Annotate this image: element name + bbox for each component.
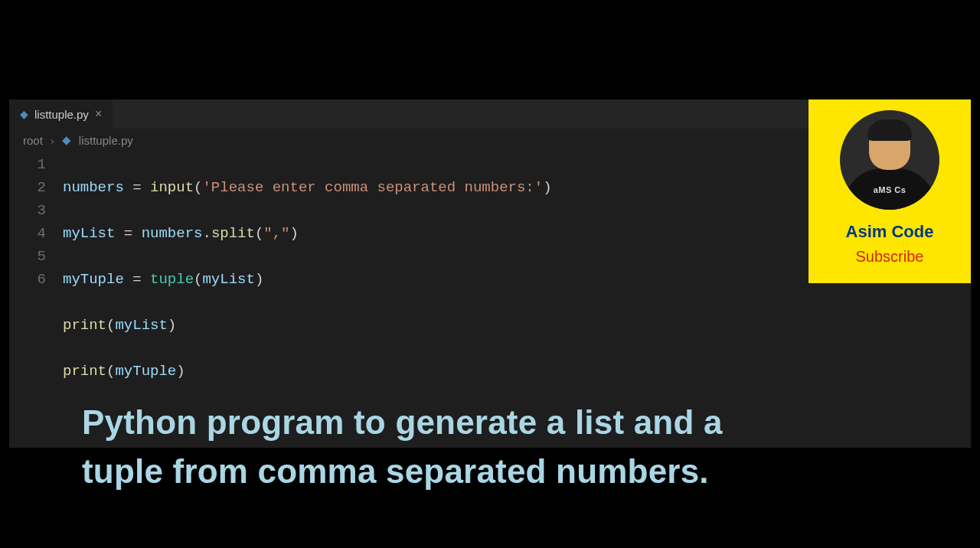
code-token: (	[194, 271, 202, 288]
code-token: myList	[202, 271, 254, 288]
code-token: myTuple	[115, 363, 176, 380]
code-token: numbers	[63, 179, 124, 196]
line-number: 6	[9, 268, 46, 291]
code-token: =	[124, 225, 132, 242]
code-token: print	[63, 317, 106, 334]
python-icon: ◆	[62, 133, 71, 147]
tab-filename: listtuple.py	[34, 108, 89, 121]
code-token: =	[132, 271, 141, 288]
line-gutter: 1 2 3 4 5 6	[9, 153, 63, 475]
code-token: 'Please enter comma separated numbers:'	[202, 179, 543, 196]
code-token: )	[176, 363, 185, 380]
code-token: myTuple	[63, 271, 124, 288]
code-token: ","	[263, 225, 289, 242]
code-token: myList	[63, 225, 115, 242]
line-number: 2	[9, 176, 46, 199]
code-token: )	[255, 271, 263, 288]
python-icon: ◆	[20, 108, 28, 120]
code-token: )	[543, 179, 551, 196]
branding-panel: aMS Cs Asim Code Subscribe	[808, 99, 971, 283]
code-token: input	[150, 179, 194, 196]
line-number: 3	[9, 199, 46, 222]
avatar: aMS Cs	[840, 110, 939, 210]
breadcrumb-root[interactable]: root	[23, 134, 43, 147]
line-number: 1	[9, 153, 46, 176]
subscribe-button[interactable]: Subscribe	[856, 248, 924, 266]
code-token: numbers	[142, 225, 203, 242]
code-token: (	[106, 363, 115, 380]
code-token: =	[132, 179, 141, 196]
code-token: )	[290, 225, 299, 242]
line-number: 5	[9, 245, 46, 268]
avatar-shirt-text: aMS Cs	[840, 185, 939, 194]
caption-overlay: Python program to generate a list and a …	[82, 398, 786, 496]
channel-name: Asim Code	[846, 222, 934, 242]
breadcrumb-file[interactable]: listtuple.py	[79, 134, 133, 147]
code-token: split	[211, 225, 255, 242]
code-token: .	[202, 225, 211, 242]
breadcrumb-separator-icon: ›	[51, 134, 54, 147]
code-token: tuple	[150, 271, 194, 288]
line-number: 4	[9, 222, 46, 245]
code-token: )	[168, 317, 176, 334]
close-icon[interactable]: ×	[95, 107, 102, 121]
code-token: (	[255, 225, 263, 242]
code-token: (	[106, 317, 115, 334]
code-token: myList	[115, 317, 167, 334]
tab-listtuple[interactable]: ◆ listtuple.py ×	[9, 99, 113, 129]
code-token: (	[194, 179, 202, 196]
code-token: print	[63, 363, 106, 380]
